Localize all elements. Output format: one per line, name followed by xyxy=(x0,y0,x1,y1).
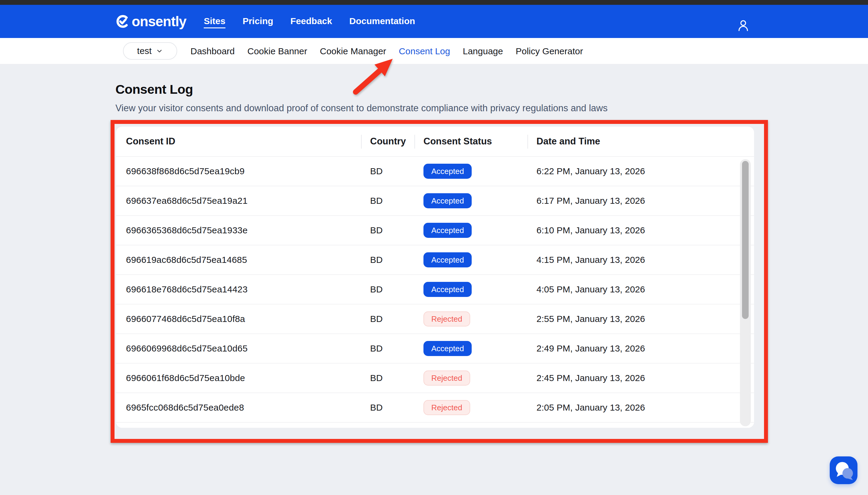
cell-consent-id: 696618e768d6c5d75ea14423 xyxy=(126,284,370,294)
cell-consent-id: 6966365368d6c5d75ea1933e xyxy=(126,225,370,236)
column-separator xyxy=(414,135,415,149)
subnav-link-policy-generator[interactable]: Policy Generator xyxy=(516,46,583,56)
subnav-link-cookie-manager[interactable]: Cookie Manager xyxy=(320,46,386,56)
table-header: Consent ID Country Consent Status Date a… xyxy=(116,126,754,157)
cell-consent-status: Accepted xyxy=(423,252,537,268)
table-row: 696618e768d6c5d75ea14423 BD Accepted 4:0… xyxy=(116,275,754,305)
cell-country: BD xyxy=(370,166,423,176)
cell-date-time: 2:05 PM, January 13, 2026 xyxy=(537,403,754,413)
cell-country: BD xyxy=(370,255,423,265)
brand-logo-icon xyxy=(116,14,130,29)
subnav-items: DashboardCookie BannerCookie ManagerCons… xyxy=(190,46,583,56)
cell-date-time: 4:05 PM, January 13, 2026 xyxy=(537,284,754,294)
scrollbar-thumb[interactable] xyxy=(742,161,749,319)
cell-consent-status: Rejected xyxy=(423,371,537,386)
topnav-link-feedback[interactable]: Feedback xyxy=(291,16,332,28)
table-row: 696619ac68d6c5d75ea14685 BD Accepted 4:1… xyxy=(116,245,754,275)
cell-date-time: 6:10 PM, January 13, 2026 xyxy=(537,225,754,236)
status-badge: Accepted xyxy=(423,341,472,356)
topnav-links: SitesPricingFeedbackDocumentation xyxy=(204,16,415,28)
cell-consent-id: 6966061f68d6c5d75ea10bde xyxy=(126,373,370,383)
chevron-down-icon xyxy=(156,47,163,54)
cell-date-time: 2:55 PM, January 13, 2026 xyxy=(537,314,754,324)
table-body: 696638f868d6c5d75ea19cb9 BD Accepted 6:2… xyxy=(116,157,754,428)
cell-consent-id: 6966077468d6c5d75ea10f8a xyxy=(126,314,370,324)
status-badge: Accepted xyxy=(423,164,472,179)
cell-consent-id: 696619ac68d6c5d75ea14685 xyxy=(126,255,370,265)
topnav-link-sites[interactable]: Sites xyxy=(204,16,225,28)
cell-country: BD xyxy=(370,343,423,354)
status-badge: Rejected xyxy=(423,371,470,386)
topnav-link-pricing[interactable]: Pricing xyxy=(243,16,273,28)
chat-bubbles-icon xyxy=(830,456,857,484)
table-row: 6966069968d6c5d75ea10d65 BD Accepted 2:4… xyxy=(116,334,754,363)
subnav-link-language[interactable]: Language xyxy=(463,46,503,56)
topnav-link-documentation[interactable]: Documentation xyxy=(349,16,415,28)
cell-consent-status: Accepted xyxy=(423,282,537,297)
cell-consent-status: Accepted xyxy=(423,223,537,238)
cell-consent-id: 6966069968d6c5d75ea10d65 xyxy=(126,343,370,354)
status-badge: Rejected xyxy=(423,400,470,415)
status-badge: Accepted xyxy=(423,193,472,208)
column-header-date-time: Date and Time xyxy=(537,136,754,147)
page-description: View your visitor consents and download … xyxy=(116,103,608,114)
brand-logo-text: onsently xyxy=(132,13,186,30)
page: onsently SitesPricingFeedbackDocumentati… xyxy=(0,0,868,495)
top-navigation-bar: onsently SitesPricingFeedbackDocumentati… xyxy=(0,5,868,38)
site-selector-label: test xyxy=(137,46,152,56)
site-navigation-bar: test DashboardCookie BannerCookie Manage… xyxy=(0,38,868,64)
table-row: 6966077468d6c5d75ea10f8a BD Rejected 2:5… xyxy=(116,305,754,334)
site-selector-dropdown[interactable]: test xyxy=(123,42,177,60)
subnav-link-cookie-banner[interactable]: Cookie Banner xyxy=(247,46,307,56)
table-row: 6966061f68d6c5d75ea10bde BD Rejected 2:4… xyxy=(116,363,754,393)
status-badge: Accepted xyxy=(423,223,472,238)
table-row: 696637ea68d6c5d75ea19a21 BD Accepted 6:1… xyxy=(116,186,754,216)
cell-consent-status: Rejected xyxy=(423,311,537,326)
table-row: 696638f868d6c5d75ea19cb9 BD Accepted 6:2… xyxy=(116,157,754,186)
subnav-link-dashboard[interactable]: Dashboard xyxy=(190,46,235,56)
cell-country: BD xyxy=(370,284,423,294)
table-row: 6965fcc068d6c5d75ea0ede8 BD Rejected 2:0… xyxy=(116,393,754,423)
window-top-strip xyxy=(0,0,868,5)
consent-log-table: Consent ID Country Consent Status Date a… xyxy=(116,126,754,428)
column-header-country: Country xyxy=(370,136,423,147)
cell-consent-status: Accepted xyxy=(423,164,537,179)
cell-country: BD xyxy=(370,373,423,383)
page-title: Consent Log xyxy=(116,82,193,97)
column-separator xyxy=(361,135,362,149)
cell-date-time: 6:17 PM, January 13, 2026 xyxy=(537,195,754,206)
cell-date-time: 2:49 PM, January 13, 2026 xyxy=(537,343,754,354)
cell-date-time: 6:22 PM, January 13, 2026 xyxy=(537,166,754,176)
cell-consent-status: Accepted xyxy=(423,193,537,208)
status-badge: Accepted xyxy=(423,282,472,297)
cell-country: BD xyxy=(370,225,423,236)
table-row: 6966365368d6c5d75ea1933e BD Accepted 6:1… xyxy=(116,216,754,245)
brand-logo[interactable]: onsently xyxy=(116,13,186,30)
cell-consent-status: Rejected xyxy=(423,400,537,415)
chat-widget-button[interactable] xyxy=(830,456,857,484)
cell-consent-id: 696637ea68d6c5d75ea19a21 xyxy=(126,195,370,206)
cell-date-time: 2:45 PM, January 13, 2026 xyxy=(537,373,754,383)
user-avatar-button[interactable] xyxy=(735,18,751,34)
column-separator xyxy=(527,135,528,149)
status-badge: Rejected xyxy=(423,311,470,326)
column-header-consent-id: Consent ID xyxy=(126,136,370,147)
status-badge: Accepted xyxy=(423,252,472,268)
cell-country: BD xyxy=(370,403,423,413)
user-avatar-icon xyxy=(736,19,750,33)
cell-country: BD xyxy=(370,195,423,206)
table-scrollbar[interactable] xyxy=(740,159,751,426)
cell-consent-id: 696638f868d6c5d75ea19cb9 xyxy=(126,166,370,176)
cell-country: BD xyxy=(370,314,423,324)
cell-consent-id: 6965fcc068d6c5d75ea0ede8 xyxy=(126,403,370,413)
cell-date-time: 4:15 PM, January 13, 2026 xyxy=(537,255,754,265)
cell-consent-status: Accepted xyxy=(423,341,537,356)
subnav-link-consent-log[interactable]: Consent Log xyxy=(399,46,450,56)
table-row-partial xyxy=(116,423,754,428)
column-header-consent-status: Consent Status xyxy=(423,136,537,147)
